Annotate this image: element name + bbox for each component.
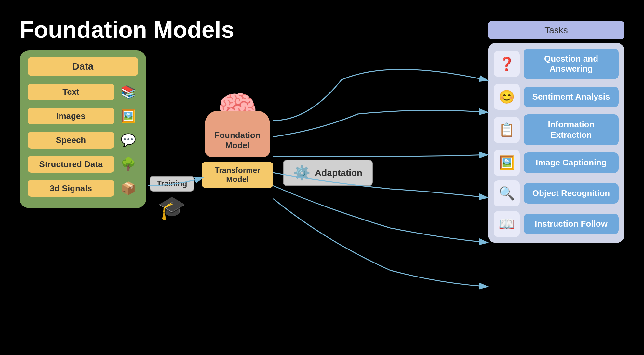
question-icon: ❓ xyxy=(494,51,520,77)
structured-data-label: Structured Data xyxy=(28,156,114,173)
data-section: Data Text 📚 Images 🖼️ Speech 💬 Structure… xyxy=(20,50,146,208)
training-label: Training xyxy=(150,176,194,192)
list-item: 📖 Instruction Follow xyxy=(494,211,619,237)
image-icon: 🖼️ xyxy=(118,106,138,126)
extraction-icon: 📋 xyxy=(494,117,520,143)
list-item: 🖼️ Image Captioning xyxy=(494,150,619,176)
recognition-icon: 🔍 xyxy=(494,180,520,206)
graduation-icon: 🎓 xyxy=(158,194,186,221)
instruction-icon: 📖 xyxy=(494,211,520,237)
tree-icon: 🌳 xyxy=(118,154,138,174)
recognition-label: Object Recognition xyxy=(524,183,619,204)
sentiment-label: Sentiment Analysis xyxy=(524,87,619,107)
foundation-model: 🧠 FoundationModel Transformer Model xyxy=(202,91,273,188)
fm-body: FoundationModel xyxy=(205,111,270,157)
tasks-container: ❓ Question andAnswering 😊 Sentiment Anal… xyxy=(488,43,624,243)
transformer-label: Transformer Model xyxy=(202,162,273,188)
tasks-section: Tasks ❓ Question andAnswering 😊 Sentimen… xyxy=(488,21,624,243)
list-item: 🔍 Object Recognition xyxy=(494,180,619,206)
fm-title: FoundationModel xyxy=(211,130,263,150)
signals-label: 3d Signals xyxy=(28,180,114,197)
speech-label: Speech xyxy=(28,132,114,149)
list-item: Structured Data 🌳 xyxy=(28,154,138,174)
text-label: Text xyxy=(28,84,114,100)
cube-icon: 📦 xyxy=(118,178,138,198)
list-item: ❓ Question andAnswering xyxy=(494,49,619,79)
list-item: Text 📚 xyxy=(28,82,138,102)
list-item: Images 🖼️ xyxy=(28,106,138,126)
training-section: Training 🎓 xyxy=(150,176,194,221)
list-item: 3d Signals 📦 xyxy=(28,178,138,198)
book-icon: 📚 xyxy=(118,82,138,102)
captioning-label: Image Captioning xyxy=(524,152,619,173)
qa-label: Question andAnswering xyxy=(524,49,619,79)
adaptation-box: ⚙️ Adaptation xyxy=(283,160,373,186)
list-item: 📋 InformationExtraction xyxy=(494,114,619,145)
captioning-icon: 🖼️ xyxy=(494,150,520,176)
images-label: Images xyxy=(28,108,114,124)
sentiment-icon: 😊 xyxy=(494,84,520,110)
list-item: 😊 Sentiment Analysis xyxy=(494,84,619,110)
list-item: Speech 💬 xyxy=(28,130,138,150)
page-title: Foundation Models xyxy=(20,16,234,43)
extraction-label: InformationExtraction xyxy=(524,114,619,145)
instruction-label: Instruction Follow xyxy=(524,214,619,234)
data-header: Data xyxy=(28,57,138,76)
adaptation-label: Adaptation xyxy=(315,168,362,178)
tasks-header: Tasks xyxy=(488,21,624,39)
gear-icon: ⚙️ xyxy=(293,165,310,181)
speech-icon: 💬 xyxy=(118,130,138,150)
data-items: Text 📚 Images 🖼️ Speech 💬 Structured Dat… xyxy=(28,82,138,198)
